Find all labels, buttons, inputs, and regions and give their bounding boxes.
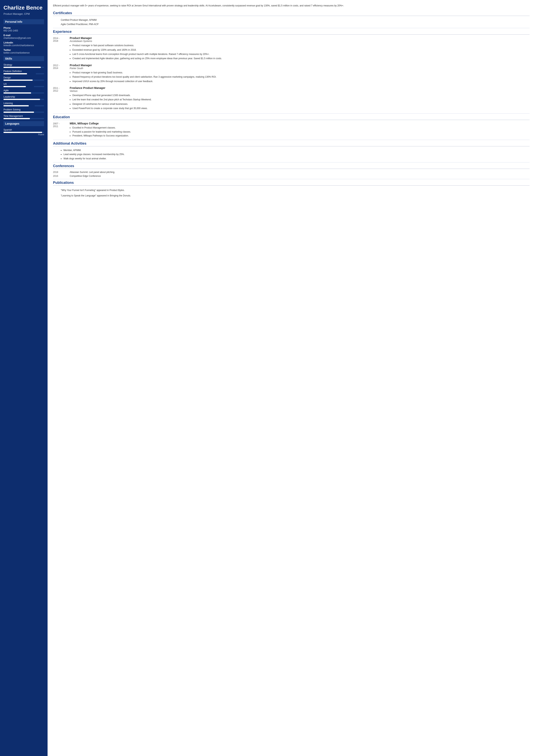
personal-info-header: Personal Info bbox=[4, 19, 44, 24]
email-value: charlizebence@gmail.com bbox=[4, 37, 44, 40]
list-item: Designed 15 wireframes for various small… bbox=[72, 102, 530, 106]
education-content: MBA, Millsaps CollegeExcelled in Product… bbox=[70, 122, 530, 138]
education-list: 2007 -2011MBA, Millsaps CollegeExcelled … bbox=[53, 122, 530, 138]
experience-block: 2012 -2014Product ManagerPoirier SouthPr… bbox=[53, 64, 530, 84]
list-item: Pursued a passion for leadership and mar… bbox=[72, 130, 530, 134]
skill-item: Agile bbox=[4, 89, 44, 94]
skill-bar-fill bbox=[4, 67, 41, 68]
candidate-title: Product Manager, CPM bbox=[4, 13, 44, 15]
skill-bar-background bbox=[4, 105, 44, 106]
experience-company: Poirier South bbox=[70, 67, 530, 70]
experience-bullets: Product manager in fast-growing SaaS bus… bbox=[70, 70, 530, 83]
twitter-info: Twitter twitter.com/charlizebence bbox=[4, 49, 44, 54]
twitter-label: Twitter bbox=[4, 49, 44, 51]
conferences-list: 2018Atlassian Summit. Led panel about pi… bbox=[53, 171, 530, 178]
certificate-item: Certified Product Manager, APIMM bbox=[53, 18, 530, 22]
skills-list: StrategyFeature DefinitionDesignUXAgileL… bbox=[4, 64, 44, 119]
publication-item: "Why Your Funnel Isn't Funneling" appear… bbox=[53, 187, 530, 193]
list-item: Led the team that created the 2nd place … bbox=[72, 98, 530, 101]
skill-bar-fill bbox=[4, 86, 26, 87]
experience-content: Product ManagerAccelubeam SystemsProduct… bbox=[70, 37, 530, 61]
experience-bullets: Product manager in fast-paced software s… bbox=[70, 43, 530, 61]
experience-dates: 2014 -2018 bbox=[53, 37, 67, 61]
skill-bar-fill bbox=[4, 112, 34, 113]
skill-bar-fill bbox=[4, 118, 30, 119]
skill-bar-background bbox=[4, 80, 44, 81]
language-item: SpanishFluent bbox=[4, 128, 44, 136]
skill-item: Feature Definition bbox=[4, 70, 44, 74]
conference-block: 2016Competitive Edge Conference bbox=[53, 175, 530, 178]
activities-section-title: Additional Activities bbox=[53, 142, 530, 146]
skill-name: Time Management bbox=[4, 115, 44, 117]
list-item: Lead weekly yoga classes. Increased memb… bbox=[64, 153, 530, 156]
phone-value: 662-243-1483 bbox=[4, 29, 44, 32]
publication-item: "Learning to Speak the Language" appeare… bbox=[53, 193, 530, 198]
experience-block: 2011 -2012Freelance Product ManagerVario… bbox=[53, 86, 530, 111]
list-item: Improved UX/UI scores by 20% through inc… bbox=[72, 79, 530, 83]
education-block: 2007 -2011MBA, Millsaps CollegeExcelled … bbox=[53, 122, 530, 138]
list-item: Developed iPhone app that generated 3,50… bbox=[72, 93, 530, 97]
certificates-section-title: Certificates bbox=[53, 11, 530, 16]
linkedin-label: LinkedIn bbox=[4, 42, 44, 44]
skill-item: Problem Solving bbox=[4, 108, 44, 113]
skill-item: UX bbox=[4, 83, 44, 87]
language-bar-fill bbox=[4, 132, 42, 133]
experience-company: Various bbox=[70, 90, 530, 92]
languages-header: Languages bbox=[4, 121, 44, 126]
skill-name: Leadership bbox=[4, 96, 44, 98]
skill-item: Listening bbox=[4, 102, 44, 106]
languages-list: SpanishFluent bbox=[4, 128, 44, 136]
sidebar: Charlize Bence Product Manager, CPM Pers… bbox=[0, 0, 47, 756]
education-degree: MBA, Millsaps College bbox=[70, 122, 530, 125]
skill-bar-background bbox=[4, 112, 44, 113]
conference-block: 2018Atlassian Summit. Led panel about pi… bbox=[53, 171, 530, 174]
candidate-name: Charlize Bence bbox=[4, 5, 44, 11]
email-label: E-mail bbox=[4, 34, 44, 37]
skill-item: Leadership bbox=[4, 96, 44, 100]
experience-company: Accelubeam Systems bbox=[70, 40, 530, 42]
list-item: Raised frequency of product iterations t… bbox=[72, 75, 530, 79]
experience-content: Freelance Product ManagerVariousDevelope… bbox=[70, 86, 530, 111]
linkedin-value: linkedin.com/in/charlizebence bbox=[4, 44, 44, 47]
certificates-list: Certified Product Manager, APIMMAgile Ce… bbox=[53, 18, 530, 26]
conferences-section-title: Conferences bbox=[53, 164, 530, 169]
education-dates: 2007 -2011 bbox=[53, 122, 67, 138]
conference-year: 2016 bbox=[53, 175, 67, 178]
phone-label: Phone bbox=[4, 27, 44, 29]
conference-year: 2018 bbox=[53, 171, 67, 174]
experience-block: 2014 -2018Product ManagerAccelubeam Syst… bbox=[53, 37, 530, 61]
experience-job-title: Freelance Product Manager bbox=[70, 86, 530, 90]
experience-dates: 2012 -2014 bbox=[53, 64, 67, 84]
skill-name: Design bbox=[4, 76, 44, 79]
list-item: Used PowerPoint to create a corporate ca… bbox=[72, 106, 530, 110]
list-item: Member, APIMM. bbox=[64, 148, 530, 153]
experience-job-title: Product Manager bbox=[70, 64, 530, 67]
skill-bar-background bbox=[4, 86, 44, 87]
skill-name: Strategy bbox=[4, 64, 44, 66]
main-content: Efficient product manager with 5+ years … bbox=[47, 0, 535, 756]
skill-name: UX bbox=[4, 83, 44, 85]
list-item: Exceeded revenue goal by 130% annually, … bbox=[72, 48, 530, 52]
skill-bar-background bbox=[4, 73, 44, 74]
experience-dates: 2011 -2012 bbox=[53, 86, 67, 111]
skills-header: Skills bbox=[4, 56, 44, 61]
list-item: Led 5 cross-functional teams from concep… bbox=[72, 52, 530, 56]
skill-bar-background bbox=[4, 67, 44, 68]
experience-section-title: Experience bbox=[53, 30, 530, 35]
conference-text: Atlassian Summit. Led panel about pitchi… bbox=[70, 171, 530, 174]
list-item: Excelled in Product Management classes. bbox=[72, 126, 530, 130]
experience-job-title: Product Manager bbox=[70, 37, 530, 40]
email-info: E-mail charlizebence@gmail.com bbox=[4, 34, 44, 40]
list-item: President, Millsaps Pathways to Success … bbox=[72, 134, 530, 138]
skill-bar-background bbox=[4, 99, 44, 100]
skill-bar-fill bbox=[4, 92, 31, 94]
skill-bar-background bbox=[4, 118, 44, 119]
skill-item: Strategy bbox=[4, 64, 44, 68]
skill-item: Time Management bbox=[4, 115, 44, 119]
skill-bar-fill bbox=[4, 73, 27, 74]
language-level: Fluent bbox=[4, 133, 44, 136]
list-item: Walk dogs weekly for local animal shelte… bbox=[64, 156, 530, 161]
skill-bar-fill bbox=[4, 105, 29, 106]
skill-bar-background bbox=[4, 92, 44, 94]
linkedin-info: LinkedIn linkedin.com/in/charlizebence bbox=[4, 42, 44, 47]
